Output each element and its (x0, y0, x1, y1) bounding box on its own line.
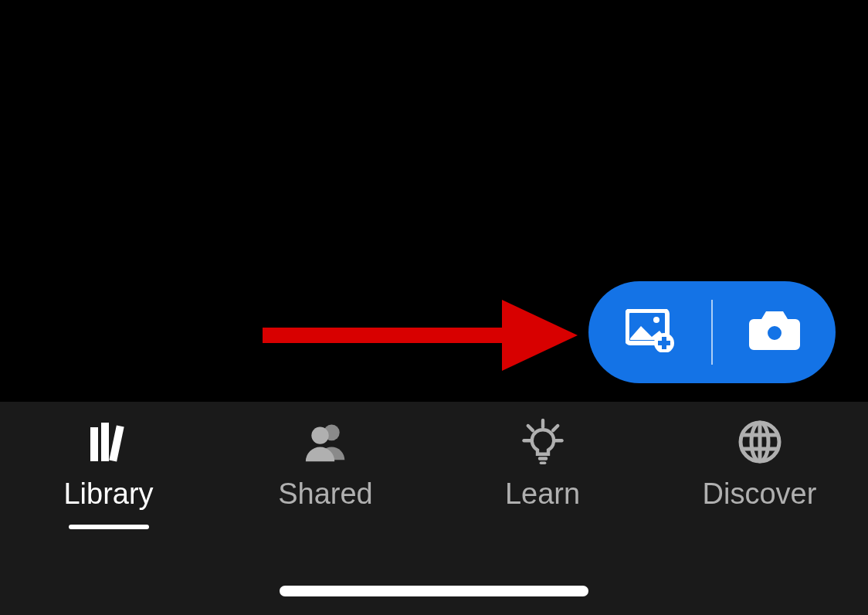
nav-library[interactable]: Library (0, 420, 217, 511)
svg-line-15 (527, 426, 532, 430)
add-photo-icon (626, 309, 675, 355)
svg-rect-19 (537, 457, 547, 460)
svg-rect-11 (109, 425, 124, 461)
home-indicator[interactable] (280, 586, 588, 596)
svg-rect-10 (101, 423, 109, 461)
nav-learn[interactable]: Learn (434, 420, 651, 511)
people-icon (304, 420, 348, 464)
add-photo-button[interactable] (588, 281, 711, 383)
svg-line-16 (553, 426, 558, 430)
svg-point-1 (653, 317, 659, 323)
svg-rect-20 (539, 461, 546, 464)
nav-discover[interactable]: Discover (651, 420, 868, 511)
nav-label: Shared (278, 477, 373, 511)
library-icon (87, 420, 131, 464)
nav-label: Library (63, 477, 153, 511)
svg-point-13 (311, 426, 328, 443)
nav-label: Discover (703, 477, 817, 511)
nav-shared[interactable]: Shared (217, 420, 434, 511)
bottom-nav: Library Shared (0, 402, 868, 615)
camera-button[interactable] (713, 281, 836, 383)
nav-label: Learn (505, 477, 580, 511)
svg-rect-9 (90, 427, 98, 461)
svg-rect-4 (658, 341, 670, 345)
lightbulb-icon (521, 420, 565, 464)
camera-icon (749, 310, 800, 355)
add-capture-fab (588, 281, 836, 383)
globe-icon (738, 420, 782, 464)
